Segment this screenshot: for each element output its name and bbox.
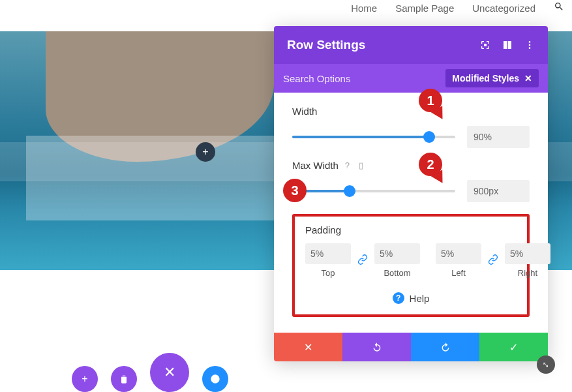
width-input[interactable] xyxy=(467,126,530,148)
focus-icon[interactable] xyxy=(480,40,490,50)
search-bar: Modified Styles ✕ xyxy=(274,64,548,93)
annotation-1: 1 xyxy=(419,89,442,112)
panel-title: Row Settings xyxy=(287,38,480,52)
padding-right-input[interactable] xyxy=(505,243,550,264)
panel-actions: ✕ ✓ xyxy=(274,333,548,361)
width-slider[interactable] xyxy=(292,136,455,138)
search-icon[interactable] xyxy=(554,1,564,15)
nav-sample-page[interactable]: Sample Page xyxy=(395,3,454,14)
row-settings-panel: Row Settings Modified Styles ✕ 1 2 3 Wid… xyxy=(274,26,548,361)
undo-button[interactable] xyxy=(342,333,411,361)
padding-top-sublabel: Top xyxy=(322,268,335,278)
padding-bottom-input[interactable] xyxy=(374,243,420,264)
annotation-2: 2 xyxy=(419,153,442,176)
nav-home[interactable]: Home xyxy=(351,3,377,14)
padding-label: Padding xyxy=(305,224,517,235)
delete-fab[interactable] xyxy=(111,366,137,392)
help-label: Help xyxy=(410,293,430,304)
columns-icon[interactable] xyxy=(502,40,513,50)
width-label: Width xyxy=(292,106,530,117)
annotation-3: 3 xyxy=(283,179,307,202)
bottom-toolbar: + ✕ xyxy=(72,353,228,392)
filter-chip-label: Modified Styles xyxy=(452,73,519,83)
history-fab[interactable] xyxy=(202,366,228,392)
panel-header: Row Settings xyxy=(274,26,548,64)
search-input[interactable] xyxy=(283,73,445,84)
save-button[interactable]: ✓ xyxy=(479,333,548,361)
help-row[interactable]: ? Help xyxy=(305,292,517,304)
top-nav: Home Sample Page Uncategorized xyxy=(343,0,572,16)
device-faint-icon[interactable]: ▯ xyxy=(359,160,363,170)
link-icon[interactable] xyxy=(355,254,370,267)
padding-left-sublabel: Left xyxy=(451,268,466,278)
svg-point-0 xyxy=(529,41,531,43)
add-fab[interactable]: + xyxy=(72,366,98,392)
close-icon[interactable]: ✕ xyxy=(524,73,532,83)
max-width-control: Max Width ? ▯ xyxy=(292,160,530,202)
panel-body: 1 2 3 Width Max Width ? ▯ xyxy=(274,93,548,333)
close-fab[interactable]: ✕ xyxy=(150,353,189,392)
width-control: Width xyxy=(292,106,530,148)
padding-top-input[interactable] xyxy=(305,243,351,264)
help-faint-icon[interactable]: ? xyxy=(345,160,350,170)
padding-left-input[interactable] xyxy=(436,243,481,264)
svg-point-2 xyxy=(529,47,531,49)
filter-chip[interactable]: Modified Styles ✕ xyxy=(445,69,539,87)
help-icon: ? xyxy=(393,292,404,304)
svg-point-1 xyxy=(529,44,531,46)
cancel-button[interactable]: ✕ xyxy=(274,333,342,361)
padding-section: Padding Top Bottom Left xyxy=(292,214,530,317)
max-width-slider[interactable] xyxy=(292,190,455,192)
padding-right-sublabel: Right xyxy=(518,268,537,278)
nav-uncategorized[interactable]: Uncategorized xyxy=(472,3,535,14)
redo-button[interactable] xyxy=(411,333,479,361)
more-icon[interactable] xyxy=(524,40,535,50)
padding-bottom-sublabel: Bottom xyxy=(384,268,410,278)
link-icon[interactable] xyxy=(485,254,501,267)
add-module-button[interactable]: + xyxy=(196,142,215,162)
max-width-input[interactable] xyxy=(467,180,530,202)
max-width-label: Max Width xyxy=(292,160,339,171)
